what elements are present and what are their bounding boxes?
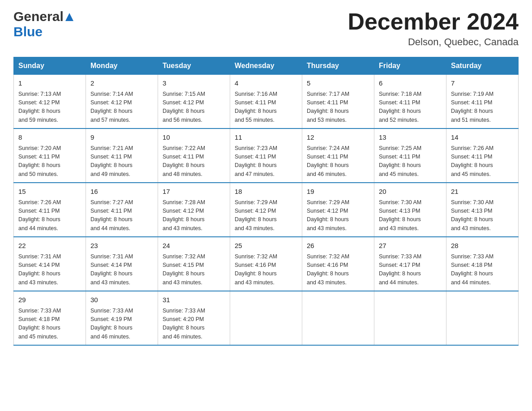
day-cell [230, 291, 302, 345]
day-cell: 3Sunrise: 7:15 AMSunset: 4:12 PMDaylight… [158, 75, 230, 129]
day-info: Sunrise: 7:31 AMSunset: 4:14 PMDaylight:… [90, 253, 153, 287]
day-number: 25 [235, 241, 297, 251]
day-cell: 30Sunrise: 7:33 AMSunset: 4:19 PMDayligh… [86, 291, 158, 345]
day-cell: 25Sunrise: 7:32 AMSunset: 4:16 PMDayligh… [230, 237, 302, 291]
day-info: Sunrise: 7:24 AMSunset: 4:11 PMDaylight:… [307, 144, 369, 179]
day-info: Sunrise: 7:31 AMSunset: 4:14 PMDaylight:… [18, 253, 81, 287]
day-cell: 20Sunrise: 7:30 AMSunset: 4:13 PMDayligh… [374, 183, 446, 237]
day-info: Sunrise: 7:33 AMSunset: 4:20 PMDaylight:… [163, 307, 225, 342]
day-header-tuesday: Tuesday [158, 57, 230, 75]
day-number: 18 [235, 187, 297, 197]
day-info: Sunrise: 7:26 AMSunset: 4:11 PMDaylight:… [18, 198, 81, 233]
day-cell: 29Sunrise: 7:33 AMSunset: 4:18 PMDayligh… [14, 291, 86, 345]
location-title: Delson, Quebec, Canada [348, 36, 519, 48]
day-cell: 2Sunrise: 7:14 AMSunset: 4:12 PMDaylight… [86, 75, 158, 129]
day-header-friday: Friday [374, 57, 446, 75]
day-info: Sunrise: 7:22 AMSunset: 4:11 PMDaylight:… [163, 144, 225, 179]
day-number: 17 [163, 187, 225, 197]
day-info: Sunrise: 7:20 AMSunset: 4:11 PMDaylight:… [18, 144, 81, 179]
day-header-sunday: Sunday [14, 57, 86, 75]
week-row-2: 8Sunrise: 7:20 AMSunset: 4:11 PMDaylight… [14, 128, 519, 183]
svg-marker-0 [65, 13, 73, 21]
day-info: Sunrise: 7:21 AMSunset: 4:11 PMDaylight:… [90, 144, 153, 179]
day-number: 29 [18, 295, 81, 305]
day-number: 15 [18, 187, 81, 197]
day-info: Sunrise: 7:13 AMSunset: 4:12 PMDaylight:… [18, 90, 81, 125]
week-row-5: 29Sunrise: 7:33 AMSunset: 4:18 PMDayligh… [14, 291, 519, 345]
day-number: 27 [379, 241, 442, 251]
week-row-1: 1Sunrise: 7:13 AMSunset: 4:12 PMDaylight… [14, 75, 519, 129]
day-cell: 28Sunrise: 7:33 AMSunset: 4:18 PMDayligh… [446, 237, 519, 291]
day-cell: 4Sunrise: 7:16 AMSunset: 4:11 PMDaylight… [230, 75, 302, 129]
day-number: 31 [163, 295, 225, 305]
day-number: 6 [379, 78, 442, 89]
day-cell: 17Sunrise: 7:28 AMSunset: 4:12 PMDayligh… [158, 183, 230, 237]
day-cell: 18Sunrise: 7:29 AMSunset: 4:12 PMDayligh… [230, 183, 302, 237]
day-info: Sunrise: 7:25 AMSunset: 4:11 PMDaylight:… [379, 144, 442, 179]
day-cell: 10Sunrise: 7:22 AMSunset: 4:11 PMDayligh… [158, 128, 230, 183]
day-number: 19 [307, 187, 369, 197]
week-row-4: 22Sunrise: 7:31 AMSunset: 4:14 PMDayligh… [14, 237, 519, 291]
day-number: 14 [451, 133, 514, 143]
day-info: Sunrise: 7:30 AMSunset: 4:13 PMDaylight:… [379, 198, 442, 233]
day-cell: 13Sunrise: 7:25 AMSunset: 4:11 PMDayligh… [374, 128, 446, 183]
day-number: 2 [90, 78, 153, 89]
day-info: Sunrise: 7:32 AMSunset: 4:16 PMDaylight:… [235, 253, 297, 287]
day-info: Sunrise: 7:33 AMSunset: 4:18 PMDaylight:… [451, 253, 514, 287]
day-info: Sunrise: 7:18 AMSunset: 4:11 PMDaylight:… [379, 90, 442, 125]
day-cell: 22Sunrise: 7:31 AMSunset: 4:14 PMDayligh… [14, 237, 86, 291]
day-number: 1 [18, 78, 81, 89]
day-number: 13 [379, 133, 442, 143]
day-header-thursday: Thursday [302, 57, 374, 75]
day-info: Sunrise: 7:23 AMSunset: 4:11 PMDaylight:… [235, 144, 297, 179]
day-number: 4 [235, 78, 297, 89]
day-info: Sunrise: 7:26 AMSunset: 4:11 PMDaylight:… [451, 144, 514, 179]
day-cell: 5Sunrise: 7:17 AMSunset: 4:11 PMDaylight… [302, 75, 374, 129]
day-info: Sunrise: 7:33 AMSunset: 4:18 PMDaylight:… [18, 307, 81, 342]
day-cell: 14Sunrise: 7:26 AMSunset: 4:11 PMDayligh… [446, 128, 519, 183]
day-header-wednesday: Wednesday [230, 57, 302, 75]
day-number: 7 [451, 78, 514, 89]
logo-triangle-icon [64, 12, 74, 22]
day-number: 26 [307, 241, 369, 251]
day-info: Sunrise: 7:28 AMSunset: 4:12 PMDaylight:… [163, 198, 225, 233]
day-cell: 19Sunrise: 7:29 AMSunset: 4:12 PMDayligh… [302, 183, 374, 237]
day-number: 5 [307, 78, 369, 89]
day-number: 30 [90, 295, 153, 305]
day-cell: 12Sunrise: 7:24 AMSunset: 4:11 PMDayligh… [302, 128, 374, 183]
day-number: 9 [90, 133, 153, 143]
day-cell: 6Sunrise: 7:18 AMSunset: 4:11 PMDaylight… [374, 75, 446, 129]
logo: General Blue [13, 9, 74, 39]
day-number: 11 [235, 133, 297, 143]
day-cell: 27Sunrise: 7:33 AMSunset: 4:17 PMDayligh… [374, 237, 446, 291]
calendar-table: SundayMondayTuesdayWednesdayThursdayFrid… [13, 57, 519, 346]
day-cell: 21Sunrise: 7:30 AMSunset: 4:13 PMDayligh… [446, 183, 519, 237]
day-info: Sunrise: 7:32 AMSunset: 4:16 PMDaylight:… [307, 253, 369, 287]
page-header: General Blue December 2024 Delson, Quebe… [13, 9, 519, 48]
day-info: Sunrise: 7:14 AMSunset: 4:12 PMDaylight:… [90, 90, 153, 125]
day-cell: 7Sunrise: 7:19 AMSunset: 4:11 PMDaylight… [446, 75, 519, 129]
day-cell: 31Sunrise: 7:33 AMSunset: 4:20 PMDayligh… [158, 291, 230, 345]
day-number: 3 [163, 78, 225, 89]
day-number: 8 [18, 133, 81, 143]
day-cell: 24Sunrise: 7:32 AMSunset: 4:15 PMDayligh… [158, 237, 230, 291]
day-cell: 1Sunrise: 7:13 AMSunset: 4:12 PMDaylight… [14, 75, 86, 129]
day-number: 10 [163, 133, 225, 143]
day-number: 22 [18, 241, 81, 251]
day-info: Sunrise: 7:27 AMSunset: 4:11 PMDaylight:… [90, 198, 153, 233]
day-info: Sunrise: 7:33 AMSunset: 4:17 PMDaylight:… [379, 253, 442, 287]
day-info: Sunrise: 7:29 AMSunset: 4:12 PMDaylight:… [235, 198, 297, 233]
day-cell [374, 291, 446, 345]
day-cell: 16Sunrise: 7:27 AMSunset: 4:11 PMDayligh… [86, 183, 158, 237]
day-header-monday: Monday [86, 57, 158, 75]
day-number: 20 [379, 187, 442, 197]
day-cell: 26Sunrise: 7:32 AMSunset: 4:16 PMDayligh… [302, 237, 374, 291]
day-number: 21 [451, 187, 514, 197]
day-info: Sunrise: 7:16 AMSunset: 4:11 PMDaylight:… [235, 90, 297, 125]
day-cell: 15Sunrise: 7:26 AMSunset: 4:11 PMDayligh… [14, 183, 86, 237]
day-info: Sunrise: 7:15 AMSunset: 4:12 PMDaylight:… [163, 90, 225, 125]
day-cell: 9Sunrise: 7:21 AMSunset: 4:11 PMDaylight… [86, 128, 158, 183]
logo-blue-text: Blue [13, 24, 43, 39]
month-title: December 2024 [348, 9, 519, 34]
day-info: Sunrise: 7:29 AMSunset: 4:12 PMDaylight:… [307, 198, 369, 233]
